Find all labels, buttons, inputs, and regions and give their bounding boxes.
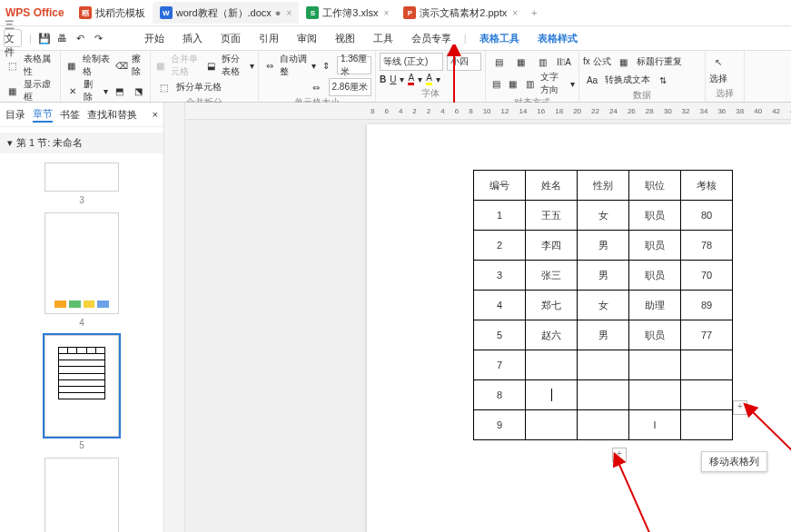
text-cursor	[551, 389, 552, 401]
autofit-icon[interactable]: ⇔	[262, 56, 276, 74]
doc-tab-excel[interactable]: S 工作簿3.xlsx ×	[299, 2, 396, 24]
menu-page[interactable]: 页面	[212, 26, 250, 50]
menu-review[interactable]: 审阅	[288, 26, 326, 50]
font-color-button[interactable]: A	[408, 73, 414, 85]
table-row: 9I	[474, 410, 733, 440]
excel-icon: S	[306, 6, 319, 19]
split-table-icon[interactable]: ⬓	[205, 56, 218, 74]
svg-line-1	[617, 458, 658, 532]
table-row: 5赵六男职员77	[474, 320, 733, 350]
doc-tab-word[interactable]: W word教程（新）.docx ● ×	[153, 2, 300, 24]
page-thumb-6[interactable]	[44, 458, 119, 532]
menu-table-style[interactable]: 表格样式	[529, 26, 587, 50]
table-row: 8	[474, 380, 733, 410]
page-thumb-5[interactable]	[44, 335, 119, 437]
draw-table-icon[interactable]: ▦	[64, 56, 79, 74]
merge-icon[interactable]: ▦	[154, 56, 167, 74]
insert-col-icon[interactable]: ⬔	[131, 82, 146, 100]
delete-icon[interactable]: ✕	[64, 82, 80, 100]
nav-close-button[interactable]: ×	[153, 109, 158, 120]
size-combo[interactable]: 小四	[447, 53, 481, 71]
highlight-button[interactable]: A	[426, 73, 432, 85]
align-br-icon[interactable]: ▥	[523, 74, 537, 93]
th-gender[interactable]: 性别	[578, 171, 629, 201]
document-area[interactable]: 8642246810121416182022242628303234363840…	[185, 103, 791, 532]
section-header[interactable]: ▾ 第 1 节: 未命名	[0, 133, 163, 153]
nav-tab-toc[interactable]: 目录	[5, 108, 25, 122]
split-cell-icon[interactable]: ⬚	[154, 78, 173, 96]
align-tl-icon[interactable]: ▤	[489, 53, 508, 71]
tab-label: 工作簿3.xlsx	[322, 6, 378, 20]
menu-view[interactable]: 视图	[326, 26, 364, 50]
add-row-button[interactable]: +	[612, 448, 627, 462]
nav-tab-bookmark[interactable]: 书签	[60, 108, 80, 122]
table-row: 4郑七女助理89	[474, 291, 733, 320]
close-icon[interactable]: ×	[383, 8, 389, 18]
close-icon[interactable]: ×	[512, 8, 518, 18]
add-col-button[interactable]: +	[733, 400, 747, 415]
menu-ref[interactable]: 引用	[250, 26, 288, 50]
modified-dot: ●	[275, 7, 282, 18]
annotation-arrow-2	[567, 451, 676, 532]
menu-start[interactable]: 开始	[135, 26, 173, 50]
th-position[interactable]: 职位	[629, 171, 681, 201]
repeat-header-icon[interactable]: ▦	[615, 53, 633, 71]
row-height-input[interactable]: 1.36厘米	[337, 56, 371, 74]
app-menu-button[interactable]: 三 文件	[4, 29, 22, 47]
th-score[interactable]: 考核	[681, 171, 733, 201]
th-name[interactable]: 姓名	[526, 171, 578, 201]
bold-button[interactable]: B	[380, 74, 386, 84]
tooltip: 移动表格列	[701, 451, 767, 472]
menu-member[interactable]: 会员专享	[402, 26, 460, 50]
menu-tools[interactable]: 工具	[364, 26, 402, 50]
new-tab-button[interactable]: +	[525, 7, 543, 18]
doc-tab-ppt[interactable]: P 演示文稿素材2.pptx ×	[396, 2, 525, 24]
table-header-row: 编号 姓名 性别 职位 考核	[474, 171, 733, 201]
formula-button[interactable]: fx 公式	[583, 55, 611, 68]
chevron-down-icon: ▾	[7, 137, 13, 149]
insert-row-icon[interactable]: ⬒	[112, 82, 127, 100]
menu-insert[interactable]: 插入	[173, 26, 212, 50]
word-icon: W	[160, 6, 173, 19]
ribbon: ⬚表格属性 ▦显示虚框 图片 ▦绘制表格 ⌫擦除 ✕删除▾ ⬒ ⬔ 行和列 ▦合…	[0, 51, 791, 103]
menubar: 三 文件 | 💾 🖶 ↶ ↷ 开始 插入 页面 引用 审阅 视图 工具 会员专享…	[0, 26, 791, 51]
navigation-panel: 目录 章节 书签 查找和替换 × ▾ 第 1 节: 未命名 3 4	[0, 103, 164, 532]
undo-icon[interactable]: ↶	[72, 29, 90, 47]
close-icon[interactable]: ×	[286, 8, 292, 18]
menu-table-tools[interactable]: 表格工具	[470, 26, 529, 50]
align-bl-icon[interactable]: ▤	[489, 74, 503, 93]
gridlines-icon[interactable]: ▦	[4, 82, 20, 100]
print-icon[interactable]: 🖶	[54, 29, 72, 47]
doc-tab-template[interactable]: 稻 找稻壳模板	[72, 2, 153, 24]
align-bc-icon[interactable]: ▦	[507, 74, 520, 93]
table-row: 1王五女职员80	[474, 201, 733, 231]
data-table[interactable]: 编号 姓名 性别 职位 考核 1王五女职员80 2李四男职员78 3张三男职员7…	[473, 170, 733, 440]
text-dir-icon[interactable]: II͕A	[555, 53, 573, 71]
col-width-input[interactable]: 2.86厘米	[329, 78, 371, 96]
align-tc-icon[interactable]: ▦	[511, 53, 529, 71]
to-text-icon[interactable]: Aa	[583, 71, 601, 89]
page-thumb-3[interactable]	[44, 163, 119, 192]
table-row: 3张三男职员70	[474, 261, 733, 291]
nav-tab-find[interactable]: 查找和替换	[87, 108, 137, 122]
table-row: 2李四男职员78	[474, 231, 733, 261]
underline-button[interactable]: U	[390, 74, 396, 84]
sort-icon[interactable]: ⇅	[654, 71, 672, 89]
save-icon[interactable]: 💾	[35, 29, 54, 47]
font-combo[interactable]: 等线 (正文)	[380, 53, 443, 71]
th-id[interactable]: 编号	[474, 171, 526, 201]
vertical-ruler	[164, 103, 185, 532]
document-page: 编号 姓名 性别 职位 考核 1王五女职员80 2李四男职员78 3张三男职员7…	[367, 124, 791, 532]
tab-label: word教程（新）.docx	[176, 6, 272, 20]
eraser-icon[interactable]: ⌫	[114, 56, 129, 74]
template-icon: 稻	[79, 6, 92, 19]
align-tr-icon[interactable]: ▥	[533, 53, 551, 71]
titlebar: WPS Office 稻 找稻壳模板 W word教程（新）.docx ● × …	[0, 0, 791, 26]
row-height-icon: ⇕	[320, 56, 333, 74]
select-icon[interactable]: ↖	[709, 53, 727, 71]
redo-icon[interactable]: ↷	[90, 29, 108, 47]
properties-icon[interactable]: ⬚	[4, 56, 20, 74]
tab-label: 找稻壳模板	[95, 6, 145, 20]
page-thumb-4[interactable]	[44, 212, 119, 314]
nav-tab-section[interactable]: 章节	[33, 107, 53, 123]
